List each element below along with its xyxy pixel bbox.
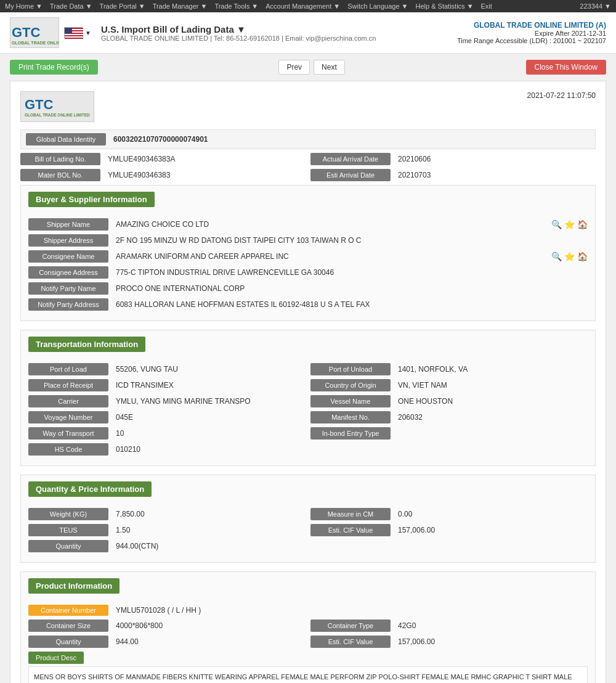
container-number-row: Container Number YMLU5701028 ( / L / HH … — [28, 605, 588, 616]
card-date: 2021-07-22 11:07:50 — [527, 91, 596, 100]
consignee-icons[interactable]: 🔍 ⭐ 🏠 — [551, 252, 588, 261]
next-button[interactable]: Next — [314, 60, 345, 75]
consignee-home-icon[interactable]: 🏠 — [577, 252, 588, 261]
in-bond-label: In-bond Entry Type — [310, 427, 391, 440]
carrier-value: YMLU, YANG MING MARINE TRANSPO — [113, 396, 306, 407]
shipper-icons[interactable]: 🔍 ⭐ 🏠 — [551, 219, 588, 229]
container-type-value: 42G0 — [395, 620, 588, 631]
consignee-address-label: Consignee Address — [28, 266, 108, 279]
header: GTC GLOBAL TRADE ONLINE LIMITED ▼ U.S. I… — [0, 12, 616, 54]
product-title: Product Information — [28, 578, 120, 594]
transportation-title: Transportation Information — [28, 337, 145, 352]
port-load-value: 55206, VUNG TAU — [113, 364, 306, 375]
us-flag — [64, 27, 83, 38]
esti-arrival-value: 20210703 — [395, 170, 596, 181]
master-bol-col: Mater BOL No. YMLUE490346383 — [20, 169, 306, 181]
port-unload-label: Port of Unload — [310, 363, 391, 375]
nav-switch-language[interactable]: Switch Language ▼ — [347, 2, 408, 10]
bol-label: Bill of Lading No. — [20, 153, 100, 165]
weight-row: Weight (KG) 7,850.00 Measure in CM 0.00 — [28, 508, 588, 520]
port-load-row: Port of Load 55206, VUNG TAU Port of Unl… — [28, 363, 588, 375]
transportation-section: Transportation Information Port of Load … — [20, 330, 596, 466]
consignee-address-value: 775-C TIPTON INDUSTRIAL DRIVE LAWRENCEVI… — [113, 267, 588, 278]
vessel-name-label: Vessel Name — [310, 395, 391, 407]
place-receipt-value: ICD TRANSIMEX — [113, 380, 306, 391]
consignee-search-icon[interactable]: 🔍 — [551, 252, 562, 261]
shipper-star-icon[interactable]: ⭐ — [564, 219, 575, 229]
product-quantity-row: Quantity 944.00 Esti. CIF Value 157,006.… — [28, 636, 588, 648]
print-button[interactable]: Print Trade Record(s) — [10, 60, 98, 75]
container-size-row: Container Size 4000*806*800 Container Ty… — [28, 620, 588, 632]
nav-trade-manager[interactable]: Trade Manager ▼ — [153, 2, 208, 10]
place-receipt-label: Place of Receipt — [28, 379, 108, 391]
quantity-price-section: Quantity & Price Information Weight (KG)… — [20, 475, 596, 563]
teus-label: TEUS — [28, 524, 108, 536]
bol-row: Bill of Lading No. YMLUE490346383A Actua… — [20, 153, 596, 165]
header-center: U.S. Import Bill of Lading Data ▼ GLOBAL… — [91, 24, 457, 42]
quantity-price-title: Quantity & Price Information — [28, 481, 152, 497]
actual-arrival-value: 20210606 — [395, 153, 596, 165]
nav-help-statistics[interactable]: Help & Statistics ▼ — [416, 2, 474, 10]
shipper-search-icon[interactable]: 🔍 — [551, 219, 562, 229]
weight-value: 7,850.00 — [113, 509, 306, 520]
consignee-address-row: Consignee Address 775-C TIPTON INDUSTRIA… — [28, 266, 588, 279]
quantity-value: 944.00(CTN) — [113, 541, 588, 552]
notify-party-address-label: Notify Party Address — [28, 298, 108, 311]
notify-party-address-row: Notify Party Address 6083 HALLORAN LANE … — [28, 298, 588, 311]
nav-trade-tools[interactable]: Trade Tools ▼ — [214, 2, 258, 10]
shipper-home-icon[interactable]: 🏠 — [577, 219, 588, 229]
logo-image: GTC GLOBAL TRADE ONLINE LIMITED — [10, 17, 59, 48]
product-quantity-value: 944.00 — [113, 636, 306, 647]
notify-party-address-value: 6083 HALLORAN LANE HOFFMAN ESTATES IL 60… — [113, 299, 588, 310]
teus-value: 1.50 — [113, 525, 306, 536]
notify-party-name-label: Notify Party Name — [28, 282, 108, 295]
esti-cif-label: Esti. CIF Value — [310, 524, 391, 536]
nav-trade-portal[interactable]: Trade Portal ▼ — [100, 2, 145, 10]
esti-arrival-label: Esti Arrival Date — [310, 169, 391, 181]
nav-trade-data[interactable]: Trade Data ▼ — [50, 2, 92, 10]
shipper-name-value: AMAZING CHOICE CO LTD — [113, 219, 546, 230]
carrier-label: Carrier — [28, 395, 108, 407]
flag-area[interactable]: ▼ — [64, 27, 91, 38]
flag-dropdown-icon[interactable]: ▼ — [85, 30, 91, 36]
product-desc-section: Product Desc MENS OR BOYS SHIRTS OF MANM… — [28, 652, 588, 683]
way-transport-label: Way of Transport — [28, 427, 108, 440]
esti-arrival-col: Esti Arrival Date 20210703 — [310, 169, 596, 181]
nav-my-home[interactable]: My Home ▼ — [5, 2, 43, 10]
shipper-name-row: Shipper Name AMAZING CHOICE CO LTD 🔍 ⭐ 🏠 — [28, 218, 588, 231]
quantity-row: Quantity 944.00(CTN) — [28, 540, 588, 552]
actual-arrival-label: Actual Arrival Date — [310, 153, 391, 165]
nav-account-management[interactable]: Account Management ▼ — [265, 2, 340, 10]
weight-label: Weight (KG) — [28, 508, 108, 520]
product-section: Product Information Container Number YML… — [20, 571, 596, 683]
port-unload-value: 1401, NORFOLK, VA — [395, 364, 588, 375]
carrier-row: Carrier YMLU, YANG MING MARINE TRANSPO V… — [28, 395, 588, 407]
expire-date: Expire After 2021-12-31 — [457, 30, 606, 37]
global-id-label: Global Data Identity — [26, 133, 106, 145]
nav-exit[interactable]: Exit — [481, 2, 492, 10]
svg-rect-8 — [65, 28, 72, 34]
global-id-value: 60032021070700000074901 — [111, 134, 590, 145]
svg-text:GTC: GTC — [12, 25, 41, 40]
main-card: GTC GLOBAL TRADE ONLINE LIMITED 2021-07-… — [10, 81, 606, 683]
master-bol-label: Mater BOL No. — [20, 169, 100, 181]
master-bol-value: YMLUE490346383 — [105, 170, 306, 181]
top-nav[interactable]: My Home ▼ Trade Data ▼ Trade Portal ▼ Tr… — [5, 2, 492, 10]
prev-button[interactable]: Prev — [278, 60, 310, 75]
container-number-value: YMLU5701028 ( / L / HH ) — [113, 605, 588, 616]
shipper-name-label: Shipper Name — [28, 218, 108, 231]
actual-arrival-col: Actual Arrival Date 20210606 — [310, 153, 596, 165]
close-button-top[interactable]: Close This Window — [526, 60, 606, 75]
bol-value: YMLUE490346383A — [105, 153, 306, 165]
product-desc-button[interactable]: Product Desc — [28, 652, 84, 664]
master-bol-row: Mater BOL No. YMLUE490346383 Esti Arriva… — [20, 169, 596, 181]
shipper-address-value: 2F NO 195 MINZU W RD DATONG DIST TAIPEI … — [113, 235, 588, 246]
container-number-label: Container Number — [28, 605, 108, 616]
header-right: GLOBAL TRADE ONLINE LIMITED (A) Expire A… — [457, 21, 606, 44]
container-size-value: 4000*806*800 — [113, 620, 306, 631]
shipper-address-label: Shipper Address — [28, 234, 108, 247]
container-type-label: Container Type — [310, 620, 391, 632]
voyage-number-label: Voyage Number — [28, 411, 108, 423]
svg-rect-6 — [65, 35, 83, 36]
consignee-star-icon[interactable]: ⭐ — [564, 252, 575, 261]
